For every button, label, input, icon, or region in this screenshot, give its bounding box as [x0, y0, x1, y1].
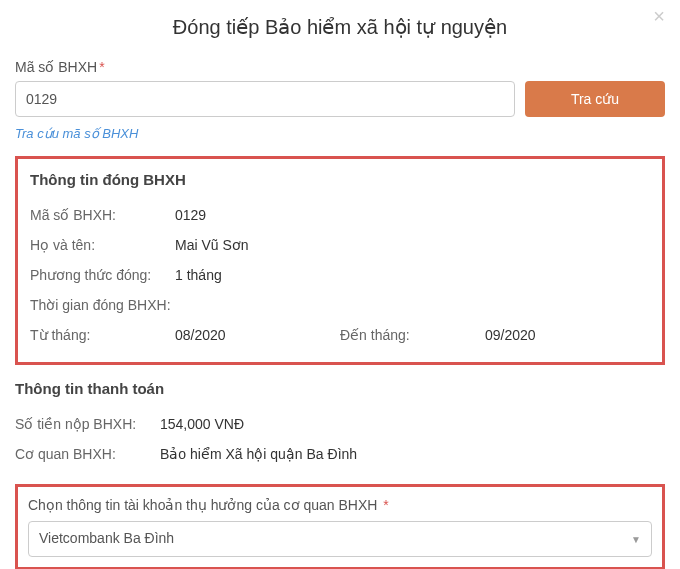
- info-section: Thông tin đóng BHXH Mã số BHXH: 0129 Họ …: [15, 156, 665, 365]
- so-tien-value: 154,000 VNĐ: [160, 416, 244, 432]
- den-thang-label: Đến tháng:: [340, 327, 485, 343]
- tu-thang-value: 08/2020: [175, 327, 226, 343]
- phuong-thuc-value: 1 tháng: [175, 267, 222, 283]
- phuong-thuc-label: Phương thức đóng:: [30, 267, 175, 283]
- bhxh-code-input[interactable]: [15, 81, 515, 117]
- payment-section: Thông tin thanh toán Số tiền nộp BHXH: 1…: [15, 380, 665, 469]
- chevron-down-icon: ▼: [631, 534, 641, 545]
- tu-thang-label: Từ tháng:: [30, 327, 175, 343]
- account-select[interactable]: Vietcombank Ba Đình ▼: [28, 521, 652, 557]
- bhxh-code-label: Mã số BHXH*: [15, 59, 665, 75]
- account-selected-value: Vietcombank Ba Đình: [39, 530, 174, 546]
- ho-ten-value: Mai Vũ Sơn: [175, 237, 249, 253]
- ma-so-label: Mã số BHXH:: [30, 207, 175, 223]
- account-label: Chọn thông tin tài khoản thụ hưởng của c…: [28, 497, 652, 513]
- thoi-gian-label: Thời gian đóng BHXH:: [30, 297, 175, 313]
- page-title: Đóng tiếp Bảo hiểm xã hội tự nguyện: [15, 15, 665, 39]
- so-tien-label: Số tiền nộp BHXH:: [15, 416, 160, 432]
- co-quan-value: Bảo hiểm Xã hội quận Ba Đình: [160, 446, 357, 462]
- co-quan-label: Cơ quan BHXH:: [15, 446, 160, 462]
- ma-so-value: 0129: [175, 207, 206, 223]
- info-title: Thông tin đóng BHXH: [30, 171, 650, 188]
- lookup-button[interactable]: Tra cứu: [525, 81, 665, 117]
- ho-ten-label: Họ và tên:: [30, 237, 175, 253]
- lookup-code-link[interactable]: Tra cứu mã số BHXH: [15, 126, 138, 141]
- close-icon[interactable]: ×: [653, 5, 665, 28]
- payment-title: Thông tin thanh toán: [15, 380, 665, 397]
- account-section: Chọn thông tin tài khoản thụ hưởng của c…: [15, 484, 665, 569]
- den-thang-value: 09/2020: [485, 327, 536, 343]
